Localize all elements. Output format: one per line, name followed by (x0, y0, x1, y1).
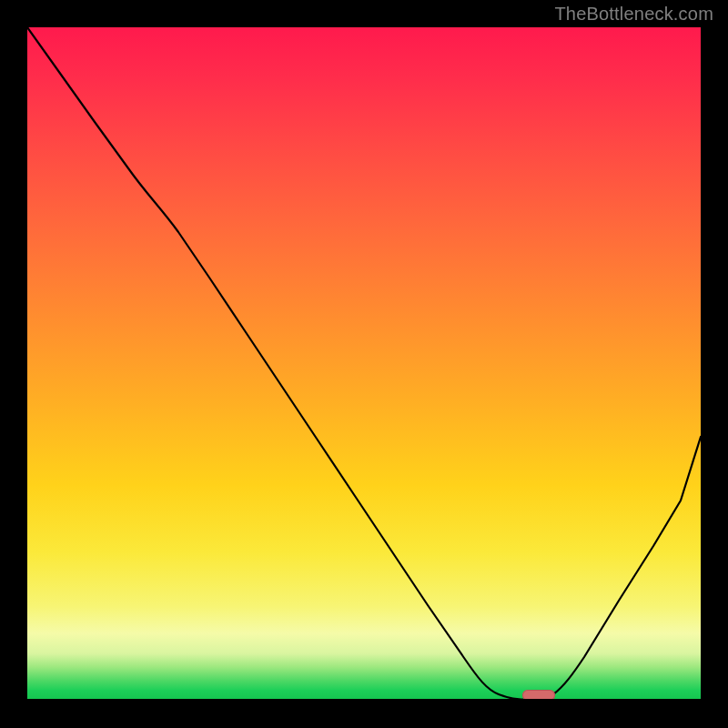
watermark-text: TheBottleneck.com (554, 4, 713, 25)
chart-frame: TheBottleneck.com (0, 0, 728, 728)
plot-area (27, 27, 701, 701)
baseline (27, 699, 701, 701)
